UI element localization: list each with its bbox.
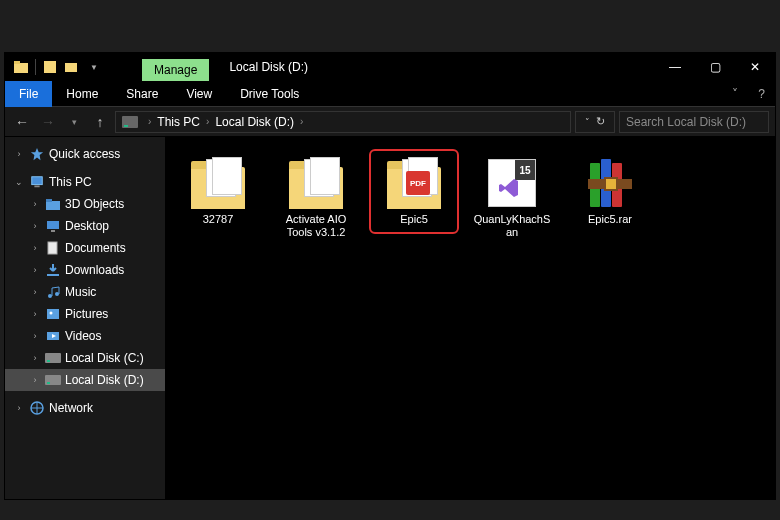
nav-downloads[interactable]: › Downloads <box>5 259 165 281</box>
tab-view[interactable]: View <box>172 81 226 107</box>
chevron-right-icon[interactable]: › <box>296 116 307 127</box>
quick-access-toolbar: ▼ <box>5 59 102 75</box>
back-button[interactable]: ← <box>11 111 33 133</box>
nav-documents[interactable]: › Documents <box>5 237 165 259</box>
chevron-down-icon[interactable]: ⌄ <box>13 177 25 187</box>
content-pane[interactable]: 32787 Activate AIO Tools v3.1.2 PDF Epic… <box>165 137 775 499</box>
context-tab-manage[interactable]: Manage <box>142 59 209 81</box>
svg-rect-11 <box>48 242 57 254</box>
up-button[interactable]: ↑ <box>89 111 111 133</box>
explorer-window: ▼ Manage Local Disk (D:) — ▢ ✕ File Home… <box>4 52 776 500</box>
tab-drive-tools[interactable]: Drive Tools <box>226 81 313 107</box>
nav-music[interactable]: › Music <box>5 281 165 303</box>
ribbon-expand-icon[interactable]: ˅ <box>722 87 748 101</box>
chevron-right-icon[interactable]: › <box>29 265 41 275</box>
chevron-right-icon[interactable]: › <box>29 331 41 341</box>
nav-this-pc[interactable]: ⌄ This PC <box>5 171 165 193</box>
nav-label: Local Disk (C:) <box>65 351 144 365</box>
tab-share[interactable]: Share <box>112 81 172 107</box>
folder-icon <box>286 157 346 209</box>
qat-dropdown-icon[interactable]: ▼ <box>86 59 102 75</box>
nav-label: 3D Objects <box>65 197 124 211</box>
svg-rect-12 <box>47 274 59 276</box>
window-title: Local Disk (D:) <box>229 60 308 74</box>
chevron-right-icon[interactable]: › <box>29 243 41 253</box>
nav-label: Pictures <box>65 307 108 321</box>
chevron-right-icon[interactable]: › <box>29 375 41 385</box>
item-file-epic5-rar[interactable]: Epic5.rar <box>565 149 655 234</box>
nav-desktop[interactable]: › Desktop <box>5 215 165 237</box>
qat-newfolder-icon[interactable] <box>64 59 80 75</box>
svg-point-16 <box>50 312 53 315</box>
drive-icon <box>45 372 61 388</box>
refresh-button[interactable]: ˅ ↻ <box>575 111 615 133</box>
nav-3d-objects[interactable]: › 3D Objects <box>5 193 165 215</box>
titlebar: ▼ Manage Local Disk (D:) — ▢ ✕ <box>5 53 775 81</box>
svg-marker-4 <box>31 148 43 160</box>
chevron-right-icon[interactable]: › <box>29 353 41 363</box>
chevron-right-icon[interactable]: › <box>144 116 155 127</box>
chevron-right-icon[interactable]: › <box>29 199 41 209</box>
desktop-icon <box>45 218 61 234</box>
chevron-right-icon[interactable]: › <box>29 309 41 319</box>
nav-local-disk-c[interactable]: › Local Disk (C:) <box>5 347 165 369</box>
chevron-right-icon[interactable]: › <box>202 116 213 127</box>
svg-rect-8 <box>46 199 52 202</box>
nav-quick-access[interactable]: › Quick access <box>5 143 165 165</box>
search-input[interactable]: Search Local Disk (D:) <box>619 111 769 133</box>
svg-point-14 <box>55 292 59 296</box>
chevron-right-icon[interactable]: › <box>13 403 25 413</box>
drive-icon <box>45 350 61 366</box>
qat-properties-icon[interactable] <box>42 59 58 75</box>
downloads-icon <box>45 262 61 278</box>
item-folder-epic5[interactable]: PDF Epic5 <box>369 149 459 234</box>
maximize-button[interactable]: ▢ <box>695 53 735 81</box>
nav-label: Quick access <box>49 147 120 161</box>
music-icon <box>45 284 61 300</box>
svg-rect-6 <box>34 186 39 188</box>
help-icon[interactable]: ? <box>748 87 775 101</box>
close-button[interactable]: ✕ <box>735 53 775 81</box>
file-menu[interactable]: File <box>5 81 52 107</box>
chevron-right-icon[interactable]: › <box>13 149 25 159</box>
svg-rect-3 <box>65 63 77 72</box>
item-label: Epic5.rar <box>588 213 632 226</box>
chevron-right-icon[interactable]: › <box>29 287 41 297</box>
nav-label: Documents <box>65 241 126 255</box>
ribbon: File Home Share View Drive Tools ˅ ? <box>5 81 775 107</box>
svg-point-13 <box>48 294 52 298</box>
nav-label: Music <box>65 285 96 299</box>
network-icon <box>29 400 45 416</box>
item-folder-activate-aio-tools[interactable]: Activate AIO Tools v3.1.2 <box>271 149 361 246</box>
qat-sep-icon <box>35 59 36 75</box>
nav-videos[interactable]: › Videos <box>5 325 165 347</box>
recent-dropdown-icon[interactable]: ▾ <box>63 111 85 133</box>
pc-icon <box>29 174 45 190</box>
forward-button[interactable]: → <box>37 111 59 133</box>
item-label: Epic5 <box>400 213 428 226</box>
crumb-local-disk-d[interactable]: Local Disk (D:) <box>215 115 294 129</box>
folder-icon <box>45 196 61 212</box>
folder-icon <box>188 157 248 209</box>
svg-rect-15 <box>47 309 59 319</box>
crumb-this-pc[interactable]: This PC <box>157 115 200 129</box>
minimize-button[interactable]: — <box>655 53 695 81</box>
nav-network[interactable]: › Network <box>5 397 165 419</box>
navigation-pane: › Quick access ⌄ This PC › 3D Objects › <box>5 137 165 499</box>
tab-home[interactable]: Home <box>52 81 112 107</box>
rar-file-icon <box>580 157 640 209</box>
item-file-quanlykhachsan[interactable]: 15 QuanLyKhachSan <box>467 149 557 246</box>
nav-pictures[interactable]: › Pictures <box>5 303 165 325</box>
item-folder-32787[interactable]: 32787 <box>173 149 263 234</box>
svg-rect-9 <box>47 221 59 229</box>
nav-label: Downloads <box>65 263 124 277</box>
breadcrumb[interactable]: › This PC › Local Disk (D:) › <box>115 111 571 133</box>
chevron-right-icon[interactable]: › <box>29 221 41 231</box>
explorer-icon <box>13 59 29 75</box>
nav-local-disk-d[interactable]: › Local Disk (D:) <box>5 369 165 391</box>
address-bar: ← → ▾ ↑ › This PC › Local Disk (D:) › ˅ … <box>5 107 775 137</box>
videos-icon <box>45 328 61 344</box>
folder-icon: PDF <box>384 157 444 209</box>
svg-rect-1 <box>14 61 20 64</box>
svg-rect-5 <box>32 177 43 185</box>
